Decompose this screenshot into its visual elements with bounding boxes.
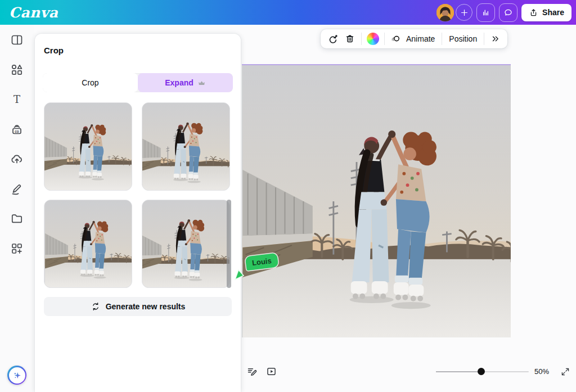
elements-icon: [10, 63, 24, 76]
avatar[interactable]: [436, 4, 454, 21]
sidebar-item-draw[interactable]: [10, 182, 24, 196]
more-toolbar-button[interactable]: [489, 33, 502, 45]
tab-expand[interactable]: Expand: [138, 73, 233, 92]
share-label: Share: [542, 8, 564, 17]
svg-text:co: co: [15, 129, 19, 133]
uploads-icon: [10, 152, 24, 166]
sidebar-item-design[interactable]: [10, 33, 24, 47]
sidebar-item-projects[interactable]: [10, 212, 24, 226]
expand-result-thumbnail[interactable]: [44, 200, 132, 288]
toolbar-divider: [384, 33, 385, 45]
sidebar-item-uploads[interactable]: [10, 152, 24, 166]
svg-text:T: T: [14, 93, 20, 105]
canva-logo[interactable]: Canva: [9, 6, 58, 20]
delete-icon: [344, 33, 356, 44]
sidebar-item-apps[interactable]: [10, 242, 24, 255]
fullscreen-icon[interactable]: [560, 367, 570, 377]
canvas-photo[interactable]: [242, 65, 511, 337]
crown-icon: [197, 79, 206, 87]
comments-button[interactable]: [499, 3, 518, 22]
left-sidebar: T co: [0, 25, 34, 392]
apps-icon: [10, 242, 24, 255]
sidebar-item-brand[interactable]: co: [10, 123, 24, 136]
duplicate-loop-button[interactable]: [326, 33, 339, 45]
expand-result-thumbnail[interactable]: [142, 200, 230, 288]
top-header-bar: Canva Share: [0, 0, 576, 25]
share-upload-icon: [529, 8, 538, 17]
collaborator-cursor-icon: [235, 269, 246, 281]
present-icon[interactable]: [266, 366, 277, 377]
selection-toolbar: Animate Position: [321, 29, 507, 48]
expand-results-grid: [44, 102, 232, 288]
crop-expand-tab-bar: Crop Expand: [43, 73, 233, 92]
collaborator-name: Louis: [251, 256, 272, 267]
toolbar-divider: [484, 33, 484, 45]
text-icon: T: [10, 93, 24, 106]
animate-label: Animate: [404, 34, 436, 43]
regenerate-icon: [91, 301, 101, 312]
brand-icon: co: [10, 123, 24, 136]
position-button[interactable]: Position: [447, 34, 479, 43]
crop-panel: Crop Crop Expand Generate new results: [35, 34, 241, 392]
zoom-level[interactable]: 50%: [534, 367, 549, 376]
animate-icon: [390, 33, 401, 44]
duplicate-loop-icon: [327, 33, 339, 45]
animate-button[interactable]: Animate: [390, 33, 436, 44]
crop-panel-title: Crop: [44, 46, 64, 55]
canva-assistant-sparkle-icon: [12, 370, 22, 381]
generate-new-results-label: Generate new results: [106, 302, 186, 311]
sidebar-item-text[interactable]: T: [10, 93, 24, 106]
color-wheel-button[interactable]: [367, 33, 379, 45]
zoom-slider-thumb[interactable]: [478, 368, 485, 375]
more-chevrons-icon: [490, 34, 501, 44]
expand-result-thumbnail[interactable]: [44, 102, 132, 191]
canva-assistant-button[interactable]: [7, 366, 26, 385]
add-people-button[interactable]: [456, 4, 472, 21]
delete-button[interactable]: [344, 33, 356, 45]
draw-icon: [10, 182, 24, 196]
toolbar-divider: [361, 33, 362, 45]
expand-result-thumbnail[interactable]: [142, 102, 230, 191]
tab-expand-label: Expand: [165, 78, 194, 87]
toolbar-divider: [442, 33, 442, 45]
share-button[interactable]: Share: [521, 4, 572, 21]
design-icon: [10, 33, 24, 47]
notes-icon[interactable]: [246, 366, 258, 377]
projects-icon: [10, 212, 24, 226]
generate-new-results-button[interactable]: Generate new results: [44, 297, 232, 316]
panel-scrollbar[interactable]: [227, 200, 231, 288]
tab-crop[interactable]: Crop: [43, 73, 138, 92]
sidebar-item-elements[interactable]: [10, 63, 24, 76]
insights-button[interactable]: [476, 3, 495, 22]
